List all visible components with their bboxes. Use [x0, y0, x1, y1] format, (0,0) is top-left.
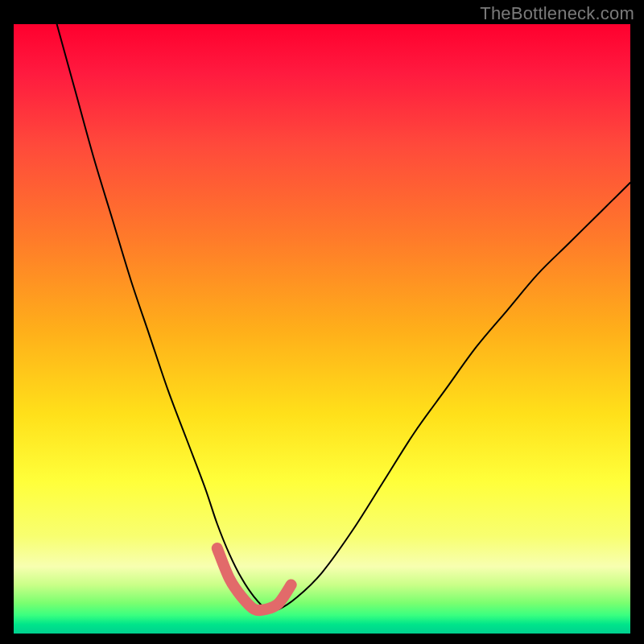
- curve-svg: [14, 24, 630, 634]
- chart-container: TheBottleneck.com: [0, 0, 644, 644]
- bottleneck-curve: [57, 24, 630, 611]
- plot-background: [14, 24, 630, 634]
- attribution-label: TheBottleneck.com: [480, 3, 634, 24]
- highlight-segment: [217, 548, 291, 610]
